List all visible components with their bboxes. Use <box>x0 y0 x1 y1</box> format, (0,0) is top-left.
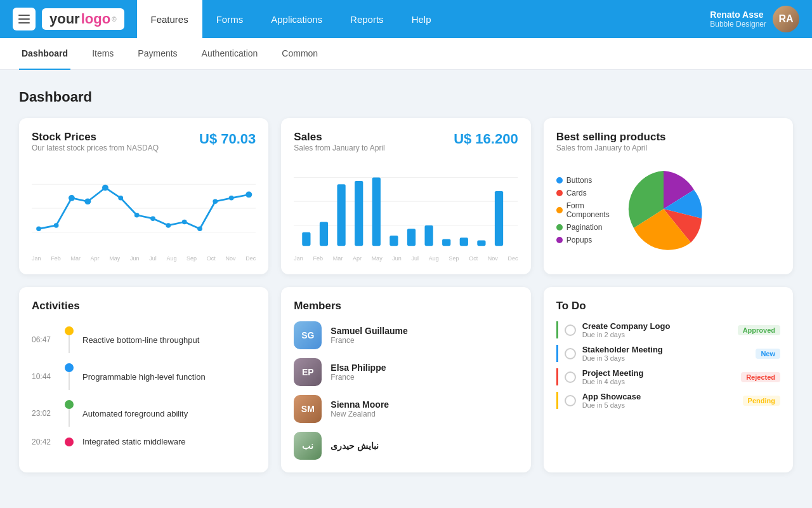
svg-rect-24 <box>372 178 381 246</box>
legend-pagination-label: Pagination <box>566 223 603 232</box>
todo-content-1: Create Company Logo Due in 2 days <box>582 321 731 338</box>
nav-features[interactable]: Features <box>137 0 202 38</box>
activity-dot-2 <box>65 363 74 372</box>
legend-pagination: Pagination <box>556 223 610 232</box>
member-name-3: Sienna Moore <box>331 399 389 410</box>
todo-content-4: App Showcase Due in 5 days <box>582 392 737 409</box>
stock-value: U$ 70.03 <box>199 131 256 147</box>
activity-line-2 <box>69 372 70 390</box>
svg-point-16 <box>246 192 252 198</box>
activity-dot-col-3 <box>65 400 74 427</box>
subnav-common[interactable]: Common <box>279 38 320 70</box>
sales-card-header: Sales Sales from January to April U$ 16.… <box>294 131 518 161</box>
todo-badge-4: Pending <box>743 396 780 406</box>
bestselling-header: Best selling products Sales from January… <box>556 131 780 161</box>
pie-area: Buttons Cards FormComponents Pagination <box>556 168 780 253</box>
member-info-3: Sienna Moore New Zealand <box>331 399 389 418</box>
bottom-row: Activities 06:47 Reactive bottom-line th… <box>19 287 793 472</box>
todo-badge-3: Rejected <box>741 372 780 382</box>
activity-time-4: 20:42 <box>32 438 56 446</box>
member-item-2: EP Elsa Philippe France <box>294 358 518 386</box>
bestselling-title: Best selling products <box>556 131 666 144</box>
stock-card-header: Stock Prices Our latest stock prices fro… <box>32 131 256 161</box>
member-avatar-4: نب <box>294 432 322 460</box>
nav-applications[interactable]: Applications <box>257 0 336 38</box>
member-country-3: New Zealand <box>331 410 389 418</box>
todo-task-title-1: Create Company Logo <box>582 321 731 331</box>
svg-point-9 <box>134 213 140 218</box>
todo-item-2: Stakeholder Meeting Due in 3 days New <box>556 345 780 362</box>
stock-card: Stock Prices Our latest stock prices fro… <box>19 118 268 274</box>
member-country-2: France <box>331 373 386 382</box>
activity-text-2: Programmable high-level function <box>82 372 206 382</box>
svg-rect-25 <box>390 236 398 246</box>
todo-due-4: Due in 5 days <box>582 401 737 409</box>
member-avatar-3: SM <box>294 395 322 423</box>
activities-card: Activities 06:47 Reactive bottom-line th… <box>19 287 268 472</box>
activity-line-1 <box>69 335 70 353</box>
svg-rect-22 <box>337 184 346 246</box>
activity-dot-col-4 <box>65 438 74 446</box>
todo-check-1[interactable] <box>565 324 576 336</box>
svg-rect-28 <box>442 239 450 246</box>
activities-title: Activities <box>32 300 256 312</box>
subnav-items[interactable]: Items <box>89 38 116 70</box>
subnav-authentication[interactable]: Authentication <box>199 38 261 70</box>
todo-due-2: Due in 3 days <box>582 354 750 362</box>
todo-task-title-4: App Showcase <box>582 392 737 401</box>
logo-tm: © <box>112 16 116 23</box>
member-info-4: نبایش حیدری <box>331 441 379 451</box>
activity-dot-col-1 <box>65 326 74 353</box>
activity-item-1: 06:47 Reactive bottom-line throughput <box>32 321 256 358</box>
svg-point-13 <box>197 227 202 232</box>
activity-item-2: 10:44 Programmable high-level function <box>32 358 256 395</box>
activity-dot-3 <box>65 400 74 409</box>
sales-subtitle: Sales from January to April <box>294 144 384 152</box>
member-name-4: نبایش حیدری <box>331 441 379 451</box>
stock-x-labels: JanFebMarAprMayJun JulAugSepOctNovDec <box>32 255 256 262</box>
legend-cards: Cards <box>556 189 610 197</box>
member-item-4: نب نبایش حیدری <box>294 432 518 460</box>
svg-point-12 <box>182 220 187 225</box>
nav-forms[interactable]: Forms <box>202 0 258 38</box>
todo-badge-1: Approved <box>738 325 780 335</box>
todo-task-title-3: Project Meeting <box>582 368 735 378</box>
svg-point-6 <box>84 198 91 204</box>
page-title: Dashboard <box>19 89 793 105</box>
bestselling-subtitle: Sales from January to April <box>556 144 666 152</box>
activity-time-1: 06:47 <box>32 335 56 344</box>
todo-due-1: Due in 2 days <box>582 331 731 338</box>
hamburger-button[interactable] <box>13 8 36 30</box>
stock-title: Stock Prices <box>32 131 159 144</box>
subnav-payments[interactable]: Payments <box>135 38 180 70</box>
legend-form: FormComponents <box>556 201 610 219</box>
sales-value: U$ 16.200 <box>454 131 518 147</box>
nav-reports[interactable]: Reports <box>336 0 398 38</box>
member-country-1: France <box>331 336 407 345</box>
subnav-dashboard[interactable]: Dashboard <box>19 38 70 70</box>
todo-check-2[interactable] <box>565 348 576 359</box>
nav-help[interactable]: Help <box>398 0 445 38</box>
todo-card: To Do Create Company Logo Due in 2 days … <box>544 287 793 472</box>
todo-check-4[interactable] <box>565 395 576 406</box>
logo-your: your <box>49 11 80 27</box>
main-content: Dashboard Stock Prices Our latest stock … <box>0 70 812 491</box>
activity-dot-1 <box>65 326 74 335</box>
legend-form-label: FormComponents <box>566 201 610 219</box>
svg-rect-26 <box>407 229 416 246</box>
activity-time-3: 23:02 <box>32 409 56 418</box>
sales-x-labels: JanFebMarAprMayJun JulAugSepOctNovDec <box>294 255 518 262</box>
svg-point-14 <box>213 199 218 204</box>
todo-check-3[interactable] <box>565 371 576 383</box>
svg-rect-29 <box>460 237 468 246</box>
member-avatar-2: EP <box>294 358 322 386</box>
member-info-1: Samuel Guillaume France <box>331 326 407 345</box>
legend-buttons: Buttons <box>556 176 610 185</box>
svg-point-4 <box>54 223 59 228</box>
svg-point-10 <box>150 216 155 221</box>
svg-point-11 <box>166 223 171 228</box>
todo-content-3: Project Meeting Due in 4 days <box>582 368 735 385</box>
activity-line-3 <box>69 409 70 427</box>
stock-chart <box>32 164 256 253</box>
activity-text-1: Reactive bottom-line throughput <box>82 335 199 345</box>
